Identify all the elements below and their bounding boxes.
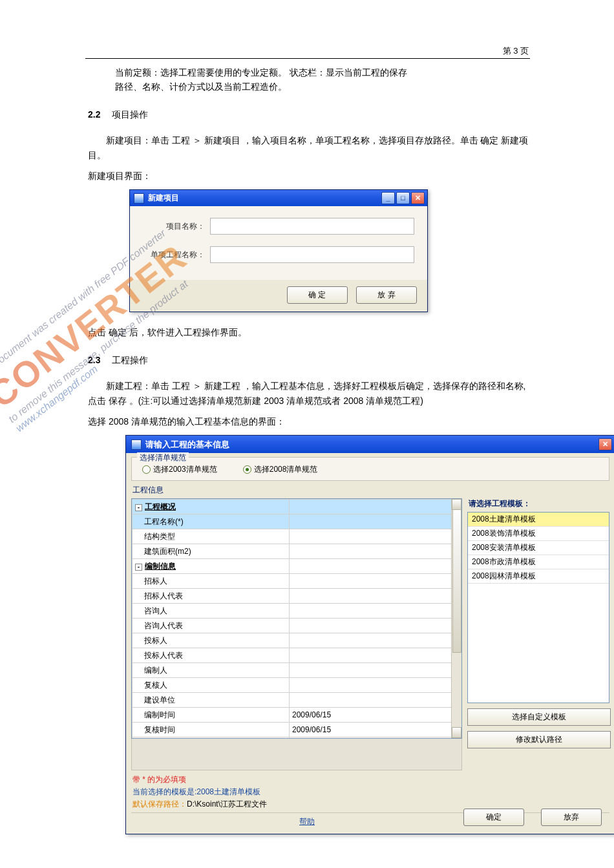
info-tree[interactable]: -工程概况 工程名称(*) 结构类型 建筑面积(m2) -编制信息 招标人 招标…	[131, 498, 462, 739]
scroll-thumb[interactable]	[452, 509, 461, 653]
template-item[interactable]: 2008装饰清单模板	[468, 527, 609, 541]
app-icon	[131, 439, 142, 450]
row-key[interactable]: 咨询人	[132, 604, 290, 619]
spec-groupbox: 选择清单规范 选择2003清单规范 选择2008清单规范	[131, 457, 609, 481]
groupbox-legend: 选择清单规范	[137, 452, 189, 463]
row-val[interactable]	[290, 678, 461, 693]
template-label: 请选择工程模板：	[469, 498, 609, 509]
row-val[interactable]	[290, 544, 461, 559]
maximize-button[interactable]: □	[396, 192, 410, 204]
radio-label: 选择2003清单规范	[153, 464, 217, 475]
row-val[interactable]	[290, 574, 461, 589]
help-link[interactable]: 帮助	[299, 816, 315, 827]
template-item[interactable]: 2008安装清单模板	[468, 541, 609, 555]
row-key[interactable]: 招标人	[132, 574, 290, 589]
row-key[interactable]: 投标人代表	[132, 648, 290, 663]
row-key[interactable]: 复核时间	[132, 723, 290, 737]
row-val[interactable]	[290, 604, 461, 619]
row-key[interactable]: 招标人代表	[132, 589, 290, 604]
row-val[interactable]	[290, 633, 461, 648]
row-val[interactable]	[290, 619, 461, 633]
template-item[interactable]: 2008市政清单模板	[468, 555, 609, 569]
row-val[interactable]: 2009/06/15	[290, 723, 461, 737]
scroll-up-arrow[interactable]	[452, 499, 461, 510]
project-name-label: 项目名称：	[143, 221, 205, 232]
custom-template-button[interactable]: 选择自定义模板	[467, 708, 611, 726]
paragraph: 选择 2008 清单规范的输入工程基本信息的界面：	[88, 414, 530, 429]
row-val[interactable]: 2009/06/15	[290, 708, 461, 723]
cancel-button[interactable]: 放弃	[541, 809, 602, 826]
row-val[interactable]	[290, 529, 461, 544]
row-key[interactable]: 编制时间	[132, 708, 290, 723]
row-key[interactable]: 复核人	[132, 678, 290, 693]
app-icon	[134, 193, 144, 204]
single-project-name-input[interactable]	[210, 246, 414, 263]
close-button[interactable]: ✕	[411, 192, 425, 204]
paragraph: 新建工程：单击 工程 ＞ 新建工程 ，输入工程基本信息，选择好工程模板后确定，选…	[88, 379, 530, 408]
current-template: 当前选择的模板是:2008土建清单模板	[132, 787, 614, 798]
paragraph: 新建项目：单击 工程 ＞ 新建项目 ，输入项目名称，单项工程名称，选择项目存放路…	[88, 133, 530, 162]
paragraph: 点击 确定 后，软件进入工程操作界面。	[88, 325, 530, 339]
radio-label: 选择2008清单规范	[254, 464, 318, 475]
minimize-button[interactable]: _	[381, 192, 395, 204]
group-compile[interactable]: 编制信息	[145, 562, 176, 571]
paragraph: 当前定额：选择工程需要使用的专业定额。 状态栏：显示当前工程的保存	[115, 65, 530, 79]
info-group-label: 工程信息	[132, 485, 614, 496]
template-item[interactable]: 2008土建清单模板	[468, 513, 609, 527]
row-val[interactable]	[290, 514, 461, 529]
page-number: 第 3 页	[0, 45, 529, 57]
vertical-scrollbar[interactable]	[451, 499, 461, 738]
modify-path-button[interactable]: 修改默认路径	[467, 731, 611, 748]
single-project-name-label: 单项工程名称：	[143, 249, 205, 260]
row-val[interactable]	[290, 693, 461, 708]
dialog-title: 请输入工程的基本信息	[145, 439, 597, 450]
section-number: 2.3	[88, 355, 100, 365]
dialog-title: 新建项目	[148, 193, 380, 204]
radio-2008[interactable]: 选择2008清单规范	[243, 464, 318, 475]
template-list[interactable]: 2008土建清单模板 2008装饰清单模板 2008安装清单模板 2008市政清…	[467, 512, 609, 703]
row-key[interactable]: 工程名称(*)	[132, 514, 290, 529]
titlebar[interactable]: 请输入工程的基本信息 ✕	[126, 436, 614, 453]
radio-2003[interactable]: 选择2003清单规范	[142, 464, 217, 475]
row-val[interactable]	[290, 663, 461, 678]
header-rule	[85, 58, 530, 59]
row-val[interactable]	[290, 589, 461, 604]
row-key[interactable]: 建设单位	[132, 693, 290, 708]
row-key[interactable]: 建筑面积(m2)	[132, 544, 290, 559]
section-number: 2.2	[88, 109, 100, 120]
titlebar[interactable]: 新建项目 _ □ ✕	[130, 190, 427, 206]
row-key[interactable]: 咨询人代表	[132, 619, 290, 633]
row-val[interactable]	[290, 648, 461, 663]
ok-button[interactable]: 确定	[463, 809, 524, 826]
row-key[interactable]: 结构类型	[132, 529, 290, 544]
scroll-down-arrow[interactable]	[452, 727, 461, 738]
cancel-button[interactable]: 放 弃	[356, 286, 417, 304]
paragraph: 路径、名称、计价方式以及当前工程造价。	[115, 79, 530, 94]
section-title: 工程操作	[112, 355, 148, 365]
detail-panel	[131, 739, 462, 770]
template-item[interactable]: 2008园林清单模板	[468, 569, 609, 584]
paragraph: 新建项目界面：	[88, 169, 530, 183]
section-title: 项目操作	[112, 109, 148, 120]
close-button[interactable]: ✕	[598, 438, 612, 450]
group-overview[interactable]: 工程概况	[145, 502, 176, 511]
new-project-dialog: 新建项目 _ □ ✕ 项目名称： 单项工程名称： 确 定 放 弃	[129, 189, 428, 312]
row-key[interactable]: 编制人	[132, 663, 290, 678]
project-info-dialog: 请输入工程的基本信息 ✕ 选择清单规范 选择2003清单规范 选择2008清单规…	[125, 435, 614, 834]
project-name-input[interactable]	[210, 218, 414, 235]
required-hint: 带 * 的为必填项	[132, 774, 614, 785]
ok-button[interactable]: 确 定	[287, 286, 348, 304]
row-key[interactable]: 投标人	[132, 633, 290, 648]
